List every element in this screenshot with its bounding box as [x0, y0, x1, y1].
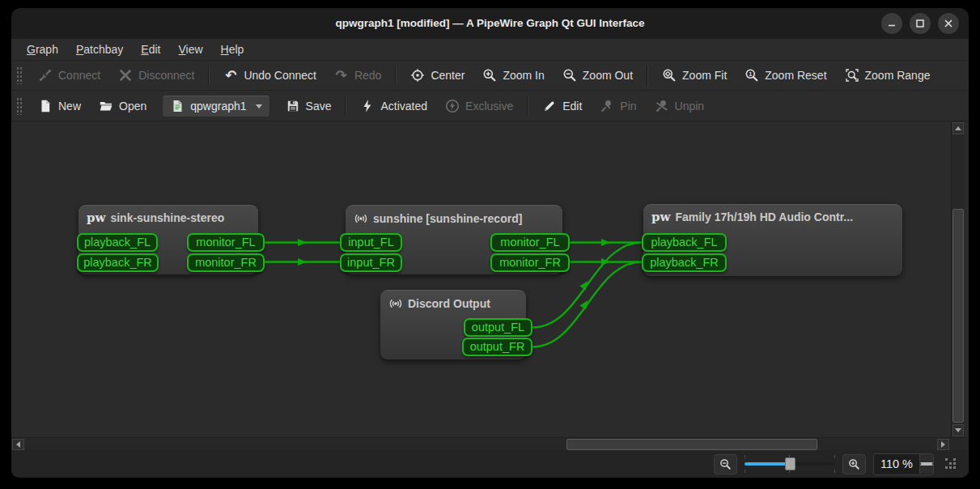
new-button[interactable]: New	[29, 94, 90, 118]
pipewire-icon: pw	[651, 210, 670, 223]
menubar: Graph Patchbay Edit View Help	[11, 39, 969, 60]
spinner-buttons	[919, 454, 933, 474]
zoom-out-button[interactable]: Zoom Out	[554, 63, 642, 87]
zoom-in-button[interactable]: Zoom In	[473, 63, 553, 87]
open-button[interactable]: Open	[90, 94, 155, 118]
statusbar-zoom-out-button[interactable]	[714, 454, 737, 474]
graph-toolbar: Connect Disconnect ↶ Undo Connect ↷ Redo…	[11, 60, 969, 91]
menu-view[interactable]: View	[169, 40, 211, 58]
spin-down-button[interactable]	[920, 464, 933, 474]
menu-edit[interactable]: Edit	[132, 40, 169, 58]
zoom-reset-button[interactable]: 1 Zoom Reset	[736, 63, 835, 87]
zoom-in-label: Zoom In	[503, 69, 544, 82]
zoom-range-label: Zoom Range	[865, 69, 931, 82]
port-input[interactable]: playback_FL	[77, 233, 158, 252]
menu-graph[interactable]: Graph	[18, 40, 67, 58]
zoom-range-icon	[845, 68, 859, 83]
slider-tick	[745, 470, 745, 473]
arrow-right-icon	[941, 441, 945, 448]
minimize-icon	[885, 16, 899, 31]
statusbar-zoom-in-button[interactable]	[842, 454, 866, 474]
horizontal-scrollbar[interactable]	[11, 437, 969, 450]
pin-button[interactable]: Pin	[591, 94, 645, 118]
port-output[interactable]: output_FL	[464, 318, 532, 337]
graph-canvas[interactable]: pw sink-sunshine-stereo playback_FL play…	[11, 121, 969, 437]
patchbay-file-icon	[170, 99, 185, 113]
node-title: Discord Output	[408, 297, 490, 310]
close-button[interactable]	[938, 13, 959, 34]
zoom-range-button[interactable]: Zoom Range	[836, 63, 940, 87]
center-button[interactable]: Center	[401, 63, 473, 87]
toolbar-separator	[395, 66, 397, 85]
chevron-down-icon	[256, 104, 262, 108]
statusbar: 110 %	[11, 450, 969, 478]
pipewire-icon: pw	[87, 211, 105, 224]
undo-connect-button[interactable]: ↶ Undo Connect	[214, 63, 325, 87]
menu-help[interactable]: Help	[212, 40, 253, 58]
arrow-down-icon	[955, 428, 961, 432]
connections-layer	[11, 121, 969, 437]
zoom-slider[interactable]	[745, 454, 835, 474]
maximize-button[interactable]	[910, 13, 931, 34]
slider-tick	[834, 455, 835, 458]
toolbar-drag-handle[interactable]	[16, 97, 23, 115]
port-input[interactable]: playback_FR	[77, 253, 159, 272]
arrow-left-icon	[16, 441, 20, 448]
edit-button[interactable]: Edit	[533, 94, 591, 118]
window-controls	[881, 13, 959, 34]
node-title: sink-sunshine-stereo	[110, 211, 224, 224]
undo-connect-label: Undo Connect	[244, 69, 316, 82]
port-output[interactable]: monitor_FR	[490, 253, 570, 272]
port-output[interactable]: monitor_FL	[490, 233, 570, 252]
zoom-fit-button[interactable]: Zoom Fit	[653, 63, 736, 87]
disconnect-button[interactable]: Disconnect	[109, 63, 203, 87]
connection-arrow	[298, 239, 307, 246]
port-input[interactable]: input_FR	[340, 253, 402, 272]
unpin-button[interactable]: Unpin	[646, 94, 714, 118]
port-input[interactable]: playback_FR	[642, 253, 727, 272]
arrow-up-icon	[955, 126, 961, 130]
redo-button[interactable]: ↷ Redo	[325, 63, 390, 87]
exclusive-button[interactable]: Exclusive	[436, 94, 522, 118]
redo-icon: ↷	[334, 68, 349, 83]
activated-button[interactable]: Activated	[351, 94, 436, 118]
zoom-fit-icon	[662, 68, 677, 83]
save-button[interactable]: Save	[277, 94, 341, 118]
vertical-scroll-thumb[interactable]	[952, 209, 964, 423]
toolbar-drag-handle[interactable]	[16, 66, 23, 84]
titlebar[interactable]: qpwgraph1 [modified] — A PipeWire Graph …	[11, 8, 969, 39]
scroll-left-button[interactable]	[12, 439, 24, 450]
vertical-scrollbar[interactable]	[951, 121, 965, 437]
port-input[interactable]: input_FL	[340, 233, 402, 252]
patchbay-profile-select[interactable]: qpwgraph1	[162, 95, 269, 117]
window-resize-grip[interactable]	[944, 457, 957, 470]
port-input[interactable]: playback_FL	[642, 233, 727, 252]
menu-patchbay[interactable]: Patchbay	[67, 40, 132, 58]
connection-arrow	[601, 239, 610, 246]
zoom-spinbox[interactable]: 110 %	[873, 453, 934, 475]
scroll-up-button[interactable]	[952, 122, 964, 134]
new-file-icon	[38, 99, 53, 113]
connect-button[interactable]: Connect	[29, 63, 109, 87]
port-output[interactable]: monitor_FR	[187, 253, 265, 272]
arrow-down-icon	[920, 462, 933, 475]
horizontal-scroll-thumb[interactable]	[566, 439, 817, 450]
zoom-slider-handle[interactable]	[785, 457, 795, 470]
port-output[interactable]: output_FR	[462, 338, 532, 356]
minimize-button[interactable]	[881, 13, 902, 34]
window-title: qpwgraph1 [modified] — A PipeWire Graph …	[11, 8, 969, 39]
node-header: sunshine [sunshine-record]	[354, 211, 522, 226]
edit-pencil-icon	[542, 99, 557, 113]
node-title: Family 17h/19h HD Audio Contr...	[675, 210, 853, 223]
port-output[interactable]: monitor_FL	[187, 233, 265, 252]
open-folder-icon	[99, 99, 113, 113]
zoom-in-icon	[846, 457, 861, 471]
scroll-down-button[interactable]	[952, 424, 964, 436]
zoom-out-label: Zoom Out	[583, 69, 633, 82]
scroll-right-button[interactable]	[937, 439, 949, 450]
slider-tick	[834, 470, 835, 473]
slider-tick	[789, 470, 790, 473]
connection[interactable]	[532, 262, 642, 347]
zoom-out-icon	[718, 457, 732, 471]
toolbar-separator	[527, 96, 528, 116]
